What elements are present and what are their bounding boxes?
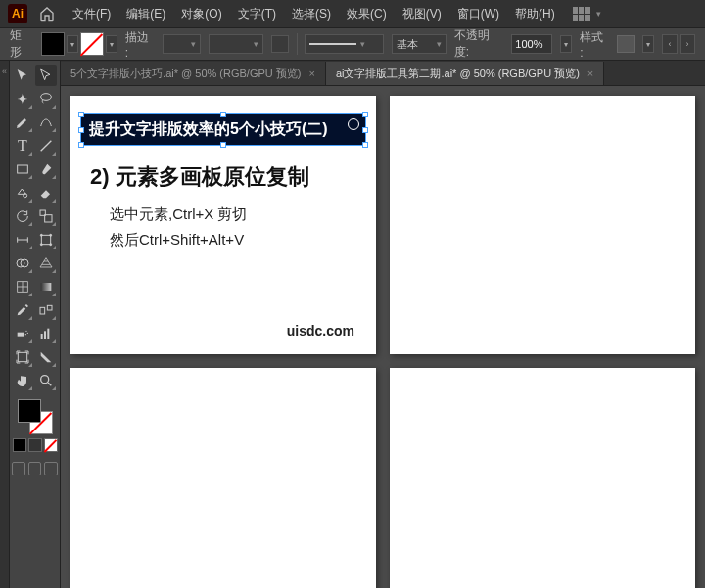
line-tool[interactable] (35, 135, 57, 157)
color-mode-solid[interactable] (13, 438, 26, 452)
menu-select[interactable]: 选择(S) (286, 2, 337, 26)
panel-next-button[interactable]: › (680, 34, 695, 54)
artboard-footer-text[interactable]: uisdc.com (287, 323, 354, 339)
selected-title-object[interactable]: 提升文字排版效率的5个小技巧(二) (80, 113, 366, 146)
opacity-dropdown[interactable] (560, 35, 572, 53)
home-icon[interactable] (39, 6, 55, 22)
rectangle-tool[interactable] (12, 158, 33, 180)
artboard-body-text-1[interactable]: 选中元素,Ctrl+X 剪切 (110, 205, 247, 224)
color-mode-none[interactable] (44, 438, 58, 452)
svg-point-0 (41, 94, 52, 101)
zoom-tool[interactable] (35, 370, 57, 391)
symbol-sprayer-tool[interactable] (12, 323, 33, 344)
menu-window[interactable]: 窗口(W) (451, 2, 505, 26)
tab-title: 5个文字排版小技巧.ai* @ 50% (RGB/GPU 预览) (70, 67, 301, 81)
hand-tool[interactable] (12, 370, 33, 391)
menu-type[interactable]: 文字(T) (232, 2, 282, 26)
menu-view[interactable]: 视图(V) (397, 2, 447, 26)
menu-effect[interactable]: 效果(C) (341, 2, 393, 26)
close-icon[interactable]: × (308, 68, 314, 79)
chevron-down-icon[interactable]: ▾ (596, 9, 601, 19)
style-label: 样式 : (580, 29, 609, 60)
style-dropdown[interactable] (642, 35, 654, 53)
document-tab-2[interactable]: ai文字排版工具第二期.ai* @ 50% (RGB/GPU 预览) × (326, 62, 604, 85)
artboard-2[interactable] (390, 96, 695, 354)
resize-handle[interactable] (220, 142, 226, 148)
magic-wand-tool[interactable]: ✦ (12, 88, 33, 110)
resize-handle[interactable] (78, 112, 84, 117)
workspace-switcher-icon[interactable] (573, 7, 590, 21)
draw-normal-mode[interactable] (12, 462, 25, 475)
resize-handle[interactable] (78, 142, 84, 148)
stroke-align-button[interactable] (271, 35, 289, 53)
graph-tool[interactable] (35, 323, 57, 344)
shaper-tool[interactable] (12, 182, 33, 204)
menu-object[interactable]: 对象(O) (175, 2, 227, 26)
draw-behind-mode[interactable] (28, 462, 42, 475)
artboard-1[interactable]: 提升文字排版效率的5个小技巧(二) 2) 元素多画板原位复制 选中元素,Ctrl… (70, 96, 376, 354)
opacity-input[interactable] (511, 34, 552, 54)
artboard-3[interactable] (70, 368, 376, 588)
canvas[interactable]: 提升文字排版效率的5个小技巧(二) 2) 元素多画板原位复制 选中元素,Ctrl… (61, 86, 705, 588)
rotation-handle-icon[interactable] (348, 118, 359, 130)
fill-swatch[interactable] (41, 32, 65, 56)
style-swatch[interactable] (617, 35, 634, 53)
document-tab-1[interactable]: 5个文字排版小技巧.ai* @ 50% (RGB/GPU 预览) × (61, 62, 326, 85)
variable-width-dropdown[interactable]: ▾ (209, 34, 262, 54)
svg-point-6 (40, 234, 42, 236)
fill-color[interactable] (18, 399, 41, 423)
artboard-body-text-2[interactable]: 然后Ctrl+Shift+Alt+V (110, 231, 244, 249)
brush-dropdown[interactable]: ▾ (305, 34, 384, 54)
resize-handle[interactable] (362, 127, 368, 133)
svg-rect-22 (47, 329, 49, 339)
rotate-tool[interactable] (12, 205, 33, 227)
paintbrush-tool[interactable] (35, 158, 57, 180)
stroke-swatch[interactable] (80, 32, 104, 56)
stroke-label: 描边 : (125, 29, 155, 60)
direct-selection-tool[interactable] (35, 65, 57, 86)
slice-tool[interactable] (35, 346, 57, 368)
panel-collapse-gutter[interactable]: « (0, 61, 10, 588)
brush-preset-dropdown[interactable]: 基本▾ (392, 34, 446, 54)
svg-point-18 (27, 333, 28, 334)
mesh-tool[interactable] (12, 276, 33, 297)
width-tool[interactable] (12, 229, 33, 250)
svg-rect-14 (40, 307, 45, 314)
menu-edit[interactable]: 编辑(E) (120, 2, 171, 26)
draw-inside-mode[interactable] (44, 462, 58, 475)
artboard-4[interactable] (390, 368, 695, 588)
svg-point-8 (40, 244, 42, 246)
menu-file[interactable]: 文件(F) (67, 2, 117, 26)
resize-handle[interactable] (220, 112, 226, 117)
fill-stroke-editor[interactable] (18, 399, 53, 434)
blend-tool[interactable] (35, 299, 57, 321)
curvature-tool[interactable] (35, 112, 57, 133)
scale-tool[interactable] (35, 205, 57, 227)
menu-help[interactable]: 帮助(H) (509, 2, 561, 26)
perspective-tool[interactable] (35, 252, 57, 274)
fill-dropdown[interactable] (67, 35, 78, 53)
workspace: 5个文字排版小技巧.ai* @ 50% (RGB/GPU 预览) × ai文字排… (61, 61, 705, 588)
resize-handle[interactable] (362, 112, 368, 117)
artboard-heading-text[interactable]: 2) 元素多画板原位复制 (90, 162, 309, 192)
panel-prev-button[interactable]: ‹ (662, 34, 678, 54)
artboard-tool[interactable] (12, 346, 33, 368)
color-mode-gradient[interactable] (28, 438, 42, 452)
close-icon[interactable]: × (588, 68, 593, 79)
pen-tool[interactable] (12, 112, 33, 133)
toolbox: ✦ T (10, 61, 61, 588)
stroke-dropdown[interactable] (106, 35, 118, 53)
type-tool[interactable]: T (12, 135, 33, 157)
resize-handle[interactable] (78, 127, 84, 133)
selection-tool[interactable] (12, 65, 33, 86)
eraser-tool[interactable] (35, 182, 57, 204)
eyedropper-tool[interactable] (12, 299, 33, 321)
svg-rect-15 (47, 305, 52, 310)
stroke-weight-dropdown[interactable]: ▾ (163, 34, 202, 54)
gradient-tool[interactable] (35, 276, 57, 297)
shape-builder-tool[interactable] (12, 252, 33, 274)
resize-handle[interactable] (362, 142, 368, 148)
app-logo: Ai (8, 4, 27, 23)
free-transform-tool[interactable] (35, 229, 57, 250)
lasso-tool[interactable] (35, 88, 57, 110)
